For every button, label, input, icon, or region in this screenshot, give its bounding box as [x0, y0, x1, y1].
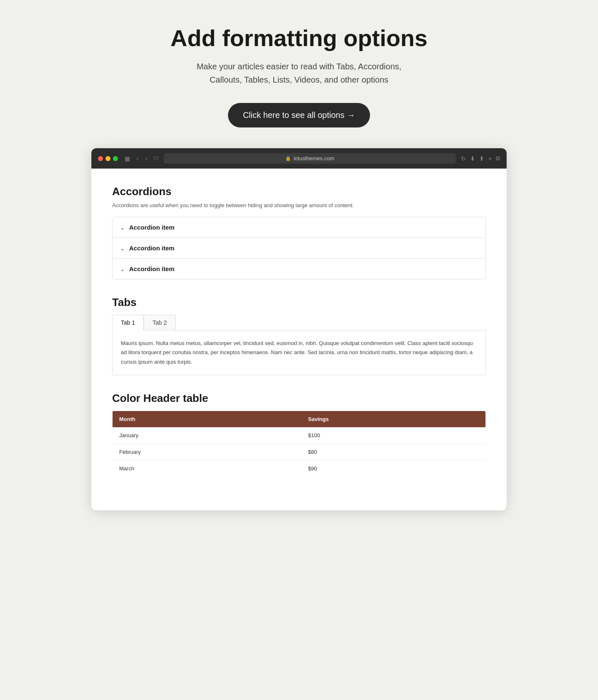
browser-content: Accordions Accordions are useful when yo… — [91, 169, 507, 510]
browser-window: ▦ ‹ › 🛡 🔒 lotusthemes.com ↻ ⬇ ⬆ + ⧉ Acco… — [91, 148, 507, 510]
browser-dots — [98, 156, 118, 161]
tabs-nav: Tab 1 Tab 2 — [112, 315, 486, 330]
table-row-february: February $80 — [113, 443, 486, 460]
cta-button[interactable]: Click here to see all options → — [228, 103, 370, 127]
browser-nav: ▦ ‹ › — [123, 154, 149, 163]
accordion-item-2[interactable]: ⌄ Accordion item — [113, 238, 485, 259]
download-button[interactable]: ⬇ — [470, 155, 475, 162]
tab-1-button[interactable]: Tab 1 — [112, 315, 144, 330]
accordion-item-label-3: Accordion item — [129, 265, 174, 272]
accordion-item-label-2: Accordion item — [129, 245, 174, 252]
add-tab-button[interactable]: + — [488, 155, 492, 162]
page-wrapper: Add formatting options Make your article… — [91, 25, 507, 510]
table-row-march: March $90 — [113, 460, 486, 477]
accordions-title: Accordions — [112, 185, 486, 198]
browser-dot-yellow[interactable] — [105, 156, 110, 161]
tabs-title: Tabs — [112, 296, 486, 309]
accordion-item-3[interactable]: ⌄ Accordion item — [113, 259, 485, 279]
chevron-down-icon-2: ⌄ — [120, 245, 125, 252]
windows-button[interactable]: ⧉ — [496, 155, 500, 162]
table-section: Color Header table Month Savings January — [112, 392, 486, 477]
hero-subtitle-line2: Callouts, Tables, Lists, Videos, and oth… — [210, 75, 389, 84]
hero-section: Add formatting options Make your article… — [91, 25, 507, 127]
browser-actions: ↻ ⬇ ⬆ + ⧉ — [461, 155, 500, 162]
forward-button[interactable]: › — [144, 154, 149, 163]
table-cell-month-2: February — [113, 443, 301, 460]
tab-2-button[interactable]: Tab 2 — [144, 315, 175, 330]
browser-address-bar[interactable]: 🔒 lotusthemes.com — [164, 153, 456, 164]
table-cell-month-1: January — [113, 427, 301, 444]
shield-icon: 🛡 — [154, 156, 159, 162]
browser-dot-green[interactable] — [113, 156, 118, 161]
accordion-item-label-1: Accordion item — [129, 224, 174, 231]
hero-subtitle-line1: Make your articles easier to read with T… — [196, 62, 401, 71]
tab-content: Mauris ipsum. Nulla metus metus, ullamco… — [112, 330, 486, 375]
sidebar-toggle-button[interactable]: ▦ — [123, 154, 132, 163]
tabs-wrapper: Tab 1 Tab 2 Mauris ipsum. Nulla metus me… — [112, 315, 486, 375]
table-row-january: January $100 — [113, 427, 486, 444]
table-cell-savings-1: $100 — [301, 427, 486, 444]
table-body: January $100 February $80 March $90 — [113, 427, 486, 477]
table-cell-savings-3: $90 — [301, 460, 486, 477]
share-button[interactable]: ⬆ — [479, 155, 484, 162]
browser-dot-red[interactable] — [98, 156, 103, 161]
color-table: Month Savings January $100 February — [112, 411, 486, 477]
hero-title: Add formatting options — [91, 25, 507, 51]
back-button[interactable]: ‹ — [135, 154, 140, 163]
refresh-button[interactable]: ↻ — [461, 155, 466, 162]
table-cell-month-3: March — [113, 460, 301, 477]
table-title: Color Header table — [112, 392, 486, 405]
tabs-section: Tabs Tab 1 Tab 2 Mauris ipsum. Nulla met… — [112, 296, 486, 375]
table-header-month: Month — [113, 411, 301, 427]
browser-chrome: ▦ ‹ › 🛡 🔒 lotusthemes.com ↻ ⬇ ⬆ + ⧉ — [91, 148, 507, 169]
chevron-down-icon-1: ⌄ — [120, 224, 125, 231]
hero-subtitle: Make your articles easier to read with T… — [174, 60, 424, 86]
table-wrapper: Month Savings January $100 February — [112, 411, 486, 477]
accordions-section: Accordions Accordions are useful when yo… — [112, 185, 486, 279]
browser-url: lotusthemes.com — [294, 155, 334, 162]
table-head: Month Savings — [113, 411, 486, 427]
chevron-down-icon-3: ⌄ — [120, 266, 125, 272]
table-header-savings: Savings — [301, 411, 486, 427]
table-header-row: Month Savings — [113, 411, 486, 427]
lock-icon: 🔒 — [285, 156, 291, 161]
accordion-item-1[interactable]: ⌄ Accordion item — [113, 217, 485, 238]
table-cell-savings-2: $80 — [301, 443, 486, 460]
accordions-desc: Accordions are useful when you need to t… — [112, 202, 486, 208]
accordion-container: ⌄ Accordion item ⌄ Accordion item ⌄ Acco… — [112, 217, 486, 279]
